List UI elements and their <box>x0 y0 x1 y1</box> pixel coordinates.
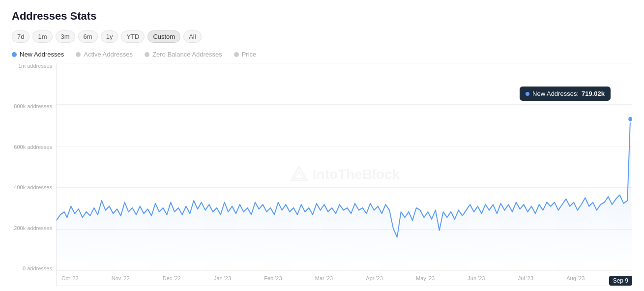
page-title: Addresses Stats <box>12 10 632 23</box>
y-label-0: 0 addresses <box>12 265 56 271</box>
legend-price[interactable]: Price <box>234 51 257 58</box>
legend-new-addresses[interactable]: New Addresses <box>12 51 64 58</box>
chart-legend: New Addresses Active Addresses Zero Bala… <box>12 51 632 58</box>
filter-custom[interactable]: Custom <box>147 30 180 43</box>
x-label-aug23: Aug '23 <box>566 275 585 281</box>
filter-3m[interactable]: 3m <box>56 30 75 43</box>
x-label-oct22: Oct '22 <box>61 275 79 281</box>
y-label-200k: 200k addresses <box>12 225 56 231</box>
date-badge: Sep 9 <box>609 276 632 286</box>
time-filter-bar: 7d 1m 3m 6m 1y YTD Custom All <box>12 30 632 43</box>
legend-label-active: Active Addresses <box>84 51 133 58</box>
x-label-jan23: Jan '23 <box>214 275 231 281</box>
x-label-apr23: Apr '23 <box>366 275 383 281</box>
tooltip-label: New Addresses: <box>532 90 579 97</box>
filter-all[interactable]: All <box>183 30 201 43</box>
x-label-mar23: Mar '23 <box>315 275 333 281</box>
x-label-may23: May '23 <box>416 275 435 281</box>
filter-7d[interactable]: 7d <box>12 30 29 43</box>
legend-dot-zero <box>145 52 149 57</box>
filter-ytd[interactable]: YTD <box>121 30 145 43</box>
legend-dot-active <box>76 52 81 57</box>
x-label-nov22: Nov '22 <box>112 275 130 281</box>
y-label-400k: 400k addresses <box>12 184 56 190</box>
tooltip-value: 719.02k <box>582 90 605 97</box>
filter-1y[interactable]: 1y <box>101 30 118 43</box>
chart-area: 1m addresses 800k addresses 600k address… <box>12 63 632 286</box>
y-label-1m: 1m addresses <box>12 63 56 69</box>
legend-dot-new <box>12 52 17 57</box>
chart-body: IntoTheBlock New Ad <box>56 63 632 286</box>
legend-active-addresses[interactable]: Active Addresses <box>76 51 133 58</box>
legend-zero-balance[interactable]: Zero Balance Addresses <box>145 51 222 58</box>
x-label-jun23: Jun '23 <box>468 275 485 281</box>
y-label-800k: 800k addresses <box>12 103 56 109</box>
svg-point-2 <box>628 116 632 122</box>
y-axis: 1m addresses 800k addresses 600k address… <box>12 63 56 286</box>
x-label-dec22: Dec '22 <box>163 275 181 281</box>
legend-label-price: Price <box>242 51 257 58</box>
filter-6m[interactable]: 6m <box>78 30 98 43</box>
tooltip: New Addresses: 719.02k <box>520 87 611 101</box>
x-label-jul23: Jul '23 <box>518 275 533 281</box>
y-label-600k: 600k addresses <box>12 144 56 150</box>
tooltip-dot <box>526 92 529 96</box>
legend-label-zero: Zero Balance Addresses <box>152 51 222 58</box>
filter-1m[interactable]: 1m <box>32 30 52 43</box>
legend-label-new: New Addresses <box>20 51 64 58</box>
x-label-feb23: Feb '23 <box>264 275 282 281</box>
x-axis: Oct '22 Nov '22 Dec '22 Jan '23 Feb '23 … <box>57 271 632 286</box>
legend-dot-price <box>234 52 239 57</box>
